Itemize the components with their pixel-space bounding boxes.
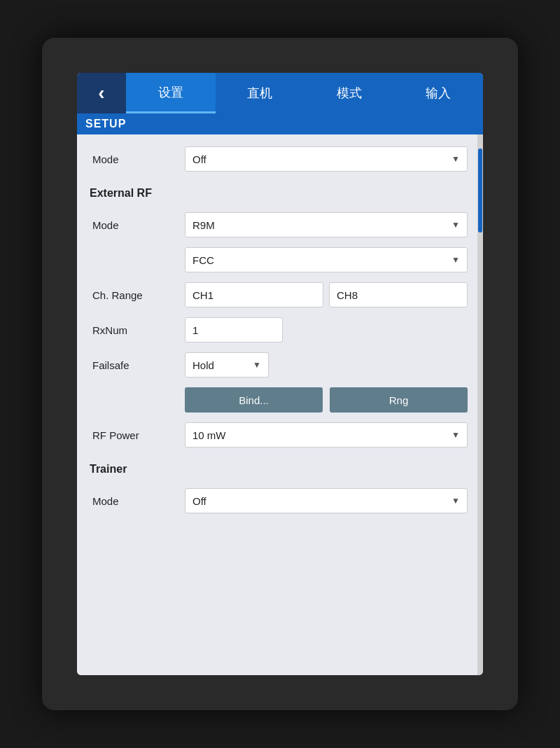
external-rf-section: External RF [87,176,468,207]
tab-input[interactable]: 输入 [394,73,484,113]
ch-range-label: Ch. Range [87,289,185,301]
bind-rng-row: Bind... Rng [87,382,468,417]
trainer-mode-value: Off [192,495,206,507]
internal-mode-dropdown[interactable]: Off ▼ [185,146,468,172]
rxnum-label: RxNum [87,324,185,336]
tab-mode[interactable]: 模式 [304,73,394,113]
failsafe-arrow: ▼ [253,360,261,370]
ch-range-to[interactable]: CH8 [329,282,468,307]
external-mode-dropdown[interactable]: R9M ▼ [185,212,468,237]
tab-settings[interactable]: 设置 [126,73,216,113]
scrollbar[interactable] [477,134,483,675]
external-submode-dropdown[interactable]: FCC ▼ [185,247,468,272]
external-rf-label: External RF [90,187,152,200]
internal-mode-label: Mode [87,153,185,165]
failsafe-dropdown[interactable]: Hold ▼ [185,352,269,378]
section-header: SETUP [77,113,483,134]
trainer-mode-dropdown[interactable]: Off ▼ [185,488,468,513]
ch-range-group: CH1 CH8 [185,282,468,307]
trainer-mode-row: Mode Off ▼ [87,483,468,518]
bind-rng-group: Bind... Rng [185,387,468,413]
external-submode-value: FCC [192,254,214,266]
failsafe-value: Hold [192,359,214,371]
internal-mode-arrow: ▼ [451,154,460,164]
rf-power-row: RF Power 10 mW ▼ [87,417,468,452]
external-rf-mode-row: Mode R9M ▼ [87,207,468,242]
rxnum-row: RxNum 1 [87,312,468,347]
external-submode-row: FCC ▼ [87,242,468,277]
screen: ‹ 设置 直机 模式 输入 SETUP Mode [77,73,483,675]
bind-button[interactable]: Bind... [185,387,323,413]
device-frame: ‹ 设置 直机 模式 输入 SETUP Mode [42,38,518,710]
trainer-label: Trainer [90,463,127,476]
failsafe-label: Failsafe [87,359,185,371]
scrollbar-thumb [478,148,482,233]
trainer-section: Trainer [87,452,468,483]
ch-range-row: Ch. Range CH1 CH8 [87,277,468,312]
rf-power-dropdown[interactable]: 10 mW ▼ [185,422,468,448]
ch-range-from[interactable]: CH1 [185,282,323,307]
rxnum-input[interactable]: 1 [185,317,283,342]
internal-mode-value: Off [192,153,206,165]
failsafe-row: Failsafe Hold ▼ [87,347,468,382]
back-icon: ‹ [98,82,104,104]
rf-power-value: 10 mW [192,429,226,441]
content-area: Mode Off ▼ External RF Mode R9M ▼ [77,134,477,675]
internal-rf-mode-row: Mode Off ▼ [87,141,468,176]
rf-power-arrow: ▼ [451,430,460,440]
rf-power-label: RF Power [87,429,185,441]
external-mode-label: Mode [87,219,185,231]
tab-direct[interactable]: 直机 [216,73,305,113]
trainer-mode-arrow: ▼ [451,496,460,506]
external-submode-arrow: ▼ [451,255,460,265]
back-button[interactable]: ‹ [77,73,126,113]
trainer-mode-label: Mode [87,495,185,507]
external-mode-arrow: ▼ [451,220,460,230]
external-mode-value: R9M [192,219,215,231]
rng-button[interactable]: Rng [330,387,468,413]
nav-bar: ‹ 设置 直机 模式 输入 [77,73,483,113]
